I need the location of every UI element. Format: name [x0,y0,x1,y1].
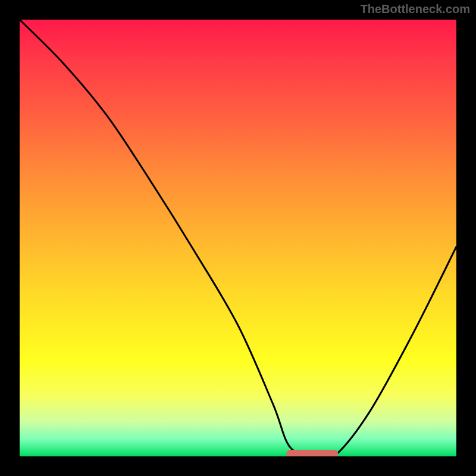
curve-layer [20,20,456,456]
chart-container: TheBottleneck.com [0,0,476,476]
watermark-text: TheBottleneck.com [361,2,470,16]
bottleneck-curve [20,20,456,456]
